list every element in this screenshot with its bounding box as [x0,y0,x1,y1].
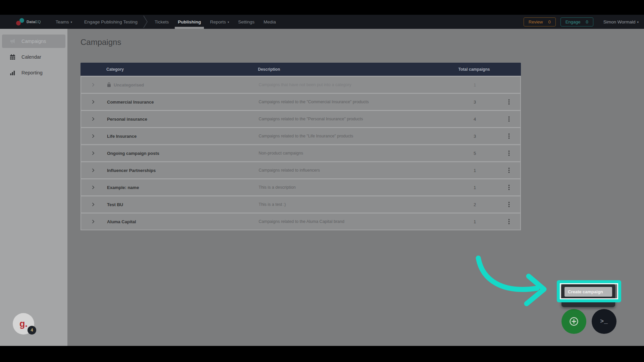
category-description: Campaigns related to the "Commercial Ins… [259,100,453,104]
table-row[interactable]: Test BU This is a test :) 2 [81,196,520,213]
total-campaigns-count: 1 [453,219,496,224]
user-menu[interactable]: Simon Wormald▾ [603,19,639,24]
category-name: Example: name [107,185,139,190]
breadcrumb-chevron-icon [143,15,148,28]
table-row[interactable]: Example: name This is a description 1 [81,179,520,195]
calendar-icon [9,54,16,60]
chevron-down-icon: ▾ [71,20,72,24]
category-description: Campaigns related to the Aluma Capital b… [259,219,453,224]
expand-row-button[interactable] [81,101,104,103]
dataeq-logo-icon [16,18,24,25]
category-description: Campaigns related to the "Personal Insur… [259,117,453,121]
category-description: Non-product campaigns [259,151,453,156]
expand-row-button[interactable] [81,186,104,189]
letterbox-top [0,0,644,15]
category-name: Personal insurance [107,117,147,122]
category-name: Aluma Capital [107,219,136,224]
terminal-fab-button[interactable]: >_ [592,309,616,334]
sidebar-item-label: Campaigns [21,39,46,44]
nav-team-name[interactable]: Engage Publishing Testing [84,19,138,24]
category-name-cell: Life Insurance [104,134,259,139]
terminal-prompt-icon: >_ [600,318,608,325]
table-header: Category Description Total campaigns [80,63,521,76]
row-menu-button[interactable] [507,149,511,157]
table-row[interactable]: Personal insurance Campaigns related to … [81,111,520,127]
category-name: Ongoing campaign posts [107,151,159,156]
sidebar: Campaigns Calendar Reporting [0,29,67,346]
row-menu-button[interactable] [507,218,511,225]
nav-tickets[interactable]: Tickets [155,19,169,24]
category-name-cell: Uncategorised [104,82,259,87]
total-campaigns-count: 1 [453,185,496,190]
dataeq-logo[interactable]: DataEQ [16,18,41,25]
table-body: Uncategorised Campaigns that have not be… [80,76,521,230]
category-description: Campaigns related to influencers [259,168,453,173]
column-header-total: Total campaigns [452,67,496,72]
sidebar-item-campaigns[interactable]: Campaigns [2,35,65,48]
table-row[interactable]: Commercial Insurance Campaigns related t… [81,94,520,110]
category-description: This is a description [259,185,453,190]
expand-row-button[interactable] [81,169,104,172]
total-campaigns-count: 1 [453,82,496,87]
category-name: Life Insurance [107,134,137,139]
row-menu-button[interactable] [507,98,511,106]
create-fab-button[interactable] [561,309,586,334]
letterbox-bottom [0,346,644,362]
row-menu-button[interactable] [507,115,511,123]
plus-circle-icon [569,316,579,327]
row-menu-button[interactable] [507,183,511,191]
column-header-description: Description [258,67,452,72]
create-campaign-menu-item[interactable]: Create campaign [565,287,612,297]
category-name: Commercial Insurance [107,100,154,105]
expand-row-button[interactable] [81,220,104,223]
expand-row-button[interactable] [81,118,104,120]
engage-count-badge: 0 [586,19,588,24]
review-button[interactable]: Review0 [524,17,556,26]
engage-button[interactable]: Engage0 [560,17,593,26]
top-nav: DataEQ Teams▾ Engage Publishing Testing … [0,15,644,29]
category-name: Uncategorised [114,82,144,87]
category-name: Influencer Partnerships [107,168,156,173]
category-description: Campaigns related to the "Life Insurance… [259,134,453,138]
row-menu-button[interactable] [507,132,511,140]
category-name: Test BU [107,202,123,207]
table-row[interactable]: Influencer Partnerships Campaigns relate… [81,162,520,178]
total-campaigns-count: 3 [453,134,496,139]
table-row[interactable]: Aluma Capital Campaigns related to the A… [81,214,520,230]
table-row[interactable]: Life Insurance Campaigns related to the … [81,128,520,144]
expand-row-button[interactable] [81,152,104,155]
nav-media[interactable]: Media [264,19,276,24]
chevron-down-icon: ▾ [227,20,229,24]
create-menu-popup: Create campaign [561,284,615,307]
chevron-right-icon [91,100,94,104]
category-name-cell: Influencer Partnerships [104,168,259,173]
category-name-cell: Ongoing campaign posts [104,151,259,156]
chevron-right-icon [91,185,94,189]
chevron-right-icon [91,134,94,138]
table-row[interactable]: Uncategorised Campaigns that have not be… [81,77,520,93]
lock-icon [107,82,111,87]
expand-row-button[interactable] [81,203,104,206]
nav-settings[interactable]: Settings [238,19,255,24]
brand-text: DataEQ [26,20,41,24]
bar-chart-icon [9,70,16,76]
sidebar-item-label: Reporting [21,70,43,75]
chevron-right-icon [91,151,94,155]
category-name-cell: Example: name [104,185,259,190]
table-row[interactable]: Ongoing campaign posts Non-product campa… [81,145,520,161]
chevron-right-icon [91,202,94,206]
row-menu-button[interactable] [507,200,511,208]
review-count-badge: 0 [548,19,550,24]
expand-row-button[interactable] [81,135,104,137]
category-name-cell: Aluma Capital [104,219,259,224]
expand-row-button[interactable] [81,83,104,86]
row-menu-button[interactable] [507,166,511,174]
sidebar-item-reporting[interactable]: Reporting [2,66,65,79]
nav-publishing[interactable]: Publishing [178,19,201,24]
chevron-right-icon [91,117,94,121]
sidebar-item-calendar[interactable]: Calendar [2,50,65,64]
nav-teams-dropdown[interactable]: Teams▾ [56,19,72,24]
total-campaigns-count: 5 [453,151,496,156]
nav-reports-dropdown[interactable]: Reports▾ [210,19,229,24]
category-name-cell: Test BU [104,202,259,207]
